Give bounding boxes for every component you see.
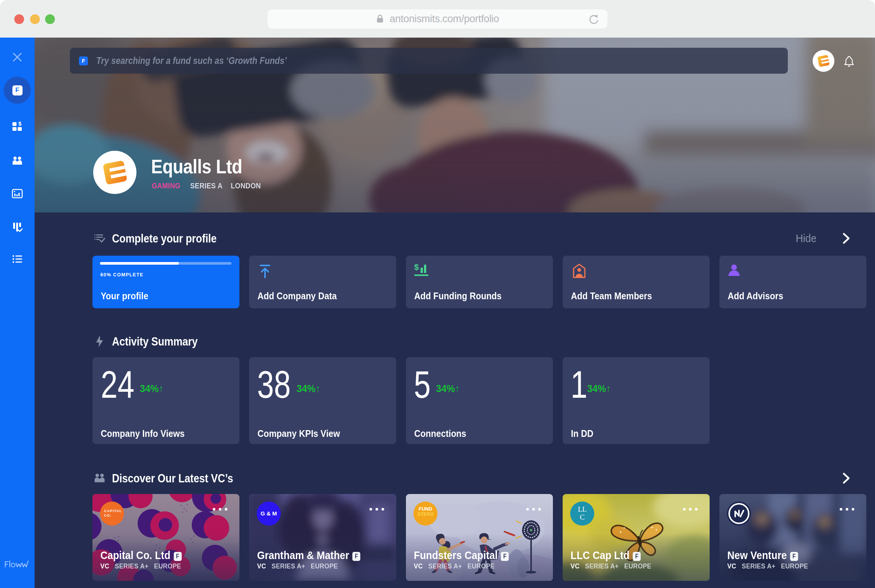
svg-text:$: $ <box>18 121 22 127</box>
svg-text:$: $ <box>414 262 419 272</box>
